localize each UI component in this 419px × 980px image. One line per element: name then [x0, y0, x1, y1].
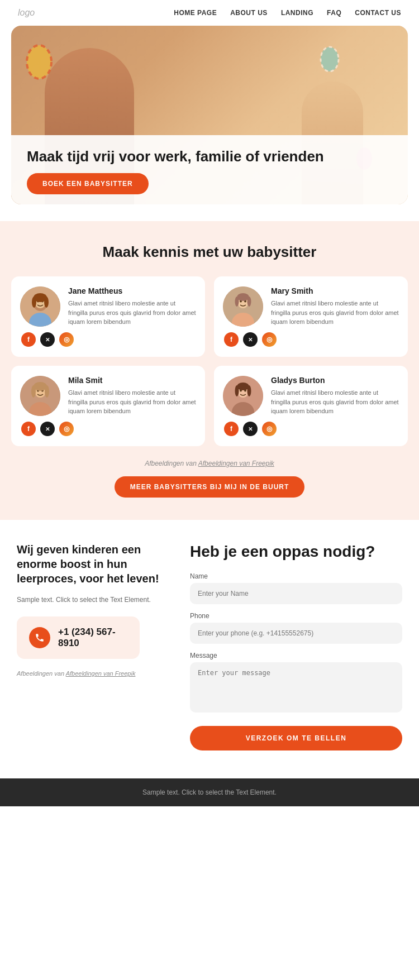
phone-input[interactable]: [190, 623, 402, 644]
babysitter-section-title: Maak kennis met uw babysitter: [11, 243, 408, 261]
hero-title: Maak tijd vrij voor werk, familie of vri…: [27, 147, 392, 166]
card-name-mila: Mila Smit: [68, 376, 196, 385]
easter-decoration-2: [318, 42, 341, 73]
card-desc-mila: Glavi amet ritnisl libero molestie ante …: [68, 388, 196, 416]
more-babysitters-button[interactable]: MEER BABYSITTERS BIJ MIJ IN DE BUURT: [115, 476, 305, 498]
phone-label: Phone: [190, 612, 402, 620]
avatar-gladys-svg: [223, 376, 263, 416]
avatar-mila-svg: [20, 376, 60, 416]
instagram-icon-mila[interactable]: ◎: [59, 422, 74, 436]
card-name-jane: Jane Mattheus: [68, 286, 196, 295]
instagram-icon-jane[interactable]: ◎: [59, 332, 74, 347]
freepik-note-babysitter: Afbeeldingen van Afbeeldingen van Freepi…: [11, 460, 408, 467]
social-icons-gladys: f ✕ ◎: [223, 422, 399, 436]
x-icon-gladys[interactable]: ✕: [243, 422, 258, 436]
hero-overlay: Maak tijd vrij voor werk, familie of vri…: [11, 135, 408, 205]
contact-left-panel: Wij geven kinderen een enorme boost in h…: [17, 542, 173, 677]
card-desc-gladys: Glavi amet ritnisl libero molestie ante …: [271, 388, 399, 416]
card-info-mila: Mila Smit Glavi amet ritnisl libero mole…: [68, 376, 196, 416]
card-top-mila: Mila Smit Glavi amet ritnisl libero mole…: [20, 376, 196, 416]
phone-box: +1 (234) 567-8910: [17, 616, 140, 659]
svg-point-37: [247, 385, 251, 396]
home-page-link[interactable]: HOME PAGE: [174, 9, 217, 17]
instagram-icon-gladys[interactable]: ◎: [262, 422, 277, 436]
avatar-mary: [223, 286, 263, 327]
babysitter-cards-grid: Jane Mattheus Glavi amet ritnisl libero …: [11, 276, 408, 446]
instagram-icon-mary[interactable]: ◎: [262, 332, 277, 347]
footer-text: Sample text. Click to select the Text El…: [142, 788, 277, 796]
avatar-jane-svg: [20, 286, 60, 327]
facebook-icon-mary[interactable]: f: [224, 332, 239, 347]
avatar-jane: [20, 286, 60, 327]
card-top-mary: Mary Smith Glavi amet ritnisl libero mol…: [223, 286, 399, 327]
faq-link[interactable]: FAQ: [327, 9, 341, 17]
contact-section: Wij geven kinderen een enorme boost in h…: [0, 520, 419, 773]
avatar-mary-svg: [223, 286, 263, 327]
svg-point-13: [44, 297, 49, 308]
card-info-mary: Mary Smith Glavi amet ritnisl libero mol…: [271, 286, 399, 327]
contact-left-text: Sample text. Click to select the Text El…: [17, 595, 173, 605]
freepik-link-contact[interactable]: Afbeeldingen van Freepik: [66, 670, 136, 677]
freepik-link-babysitter[interactable]: Afbeeldingen van Freepik: [198, 460, 274, 467]
more-babysitters-btn-container: MEER BABYSITTERS BIJ MIJ IN DE BUURT: [11, 476, 408, 498]
nav-links: HOME PAGE ABOUT US LANDING FAQ CONTACT U…: [174, 9, 401, 17]
submit-button[interactable]: VERZOEK OM TE BELLEN: [190, 726, 402, 750]
book-babysitter-button[interactable]: BOEK EEN BABYSITTER: [27, 173, 149, 194]
svg-point-20: [235, 297, 239, 307]
x-icon-jane[interactable]: ✕: [40, 332, 55, 347]
svg-point-28: [31, 385, 36, 398]
card-name-mary: Mary Smith: [271, 286, 399, 295]
facebook-icon-mila[interactable]: f: [21, 422, 36, 436]
easter-decoration: [22, 37, 56, 82]
avatar-mila: [20, 376, 60, 416]
babysitter-card-gladys: Gladys Burton Glavi amet ritnisl libero …: [214, 366, 408, 446]
contact-us-link[interactable]: CONTACT US: [355, 9, 401, 17]
navbar: logo HOME PAGE ABOUT US LANDING FAQ CONT…: [0, 0, 419, 26]
svg-point-21: [247, 297, 251, 307]
name-label: Name: [190, 572, 402, 580]
svg-point-36: [235, 385, 239, 396]
card-info-gladys: Gladys Burton Glavi amet ritnisl libero …: [271, 376, 399, 416]
footer: Sample text. Click to select the Text El…: [0, 778, 419, 806]
about-us-link[interactable]: ABOUT US: [230, 9, 268, 17]
card-top-jane: Jane Mattheus Glavi amet ritnisl libero …: [20, 286, 196, 327]
svg-point-29: [45, 385, 49, 398]
x-icon-mary[interactable]: ✕: [243, 332, 258, 347]
card-desc-mary: Glavi amet ritnisl libero molestie ante …: [271, 299, 399, 327]
card-name-gladys: Gladys Burton: [271, 376, 399, 385]
facebook-icon-gladys[interactable]: f: [224, 422, 239, 436]
babysitter-section: Maak kennis met uw babysitter: [0, 221, 419, 520]
contact-right-panel: Heb je een oppas nodig? Name Phone Messa…: [190, 542, 402, 750]
avatar-gladys: [223, 376, 263, 416]
message-form-group: Message: [190, 652, 402, 715]
phone-svg: [35, 633, 45, 643]
babysitter-card-jane: Jane Mattheus Glavi amet ritnisl libero …: [11, 276, 205, 357]
phone-number: +1 (234) 567-8910: [58, 627, 127, 649]
phone-icon: [29, 627, 50, 648]
message-label: Message: [190, 652, 402, 659]
card-info-jane: Jane Mattheus Glavi amet ritnisl libero …: [68, 286, 196, 327]
logo: logo: [18, 8, 35, 18]
phone-form-group: Phone: [190, 612, 402, 644]
name-input[interactable]: [190, 583, 402, 604]
card-top-gladys: Gladys Burton Glavi amet ritnisl libero …: [223, 376, 399, 416]
svg-point-19: [237, 293, 249, 301]
babysitter-card-mila: Mila Smit Glavi amet ritnisl libero mole…: [11, 366, 205, 446]
message-input[interactable]: [190, 662, 402, 713]
babysitter-card-mary: Mary Smith Glavi amet ritnisl libero mol…: [214, 276, 408, 357]
hero-image-container: Maak tijd vrij voor werk, familie of vri…: [11, 26, 408, 204]
freepik-note-contact: Afbeeldingen van Afbeeldingen van Freepi…: [17, 670, 173, 677]
x-icon-mila[interactable]: ✕: [40, 422, 55, 436]
social-icons-mila: f ✕ ◎: [20, 422, 196, 436]
facebook-icon-jane[interactable]: f: [21, 332, 36, 347]
landing-link[interactable]: LANDING: [281, 9, 313, 17]
hero-section: Maak tijd vrij voor werk, familie of vri…: [0, 26, 419, 204]
social-icons-mary: f ✕ ◎: [223, 332, 399, 347]
contact-left-title: Wij geven kinderen een enorme boost in h…: [17, 542, 173, 586]
card-desc-jane: Glavi amet ritnisl libero molestie ante …: [68, 299, 196, 327]
name-form-group: Name: [190, 572, 402, 604]
contact-right-title: Heb je een oppas nodig?: [190, 542, 402, 561]
svg-point-12: [32, 297, 36, 308]
social-icons-jane: f ✕ ◎: [20, 332, 196, 347]
